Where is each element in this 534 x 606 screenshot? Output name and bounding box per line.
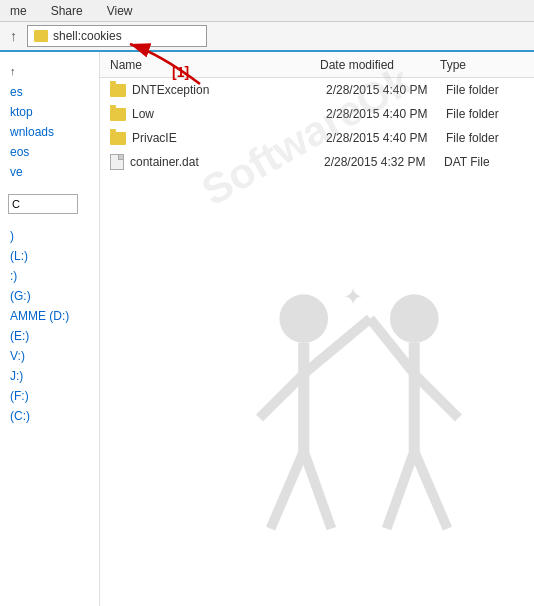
watermark-image: ✦ [184,186,534,606]
sidebar-item-ve[interactable]: ve [0,162,99,182]
sidebar-separator-2 [0,218,99,226]
menu-item-view[interactable]: View [101,2,139,20]
file-name: Low [132,107,316,121]
svg-line-6 [304,451,332,528]
address-bar-row: ↑ shell:cookies [0,22,534,52]
file-list: DNTException 2/28/2015 4:40 PM File fold… [100,78,534,174]
folder-icon [110,84,126,97]
file-type: File folder [446,131,524,145]
col-header-name: Name [110,58,310,72]
svg-line-4 [260,374,304,418]
sidebar-item-eos[interactable]: eos [0,142,99,162]
file-name: DNTException [132,83,316,97]
table-row[interactable]: container.dat 2/28/2015 4:32 PM DAT File [100,150,534,174]
folder-icon [110,132,126,145]
file-type: File folder [446,107,524,121]
sidebar-item-L[interactable]: (L:) [0,246,99,266]
address-text: shell:cookies [53,29,122,43]
folder-icon [110,108,126,121]
svg-line-5 [271,451,304,528]
svg-line-9 [370,319,414,374]
file-area: Name Date modified Type DNTException 2/2… [100,52,534,606]
svg-line-3 [304,319,370,374]
svg-point-1 [279,294,328,343]
sidebar-item-colon[interactable]: :) [0,266,99,286]
sidebar-item-C[interactable]: (C:) [0,406,99,426]
sidebar-item-paren[interactable]: ) [0,226,99,246]
sidebar-item-G[interactable]: (G:) [0,286,99,306]
sidebar-item-ktop[interactable]: ktop [0,102,99,122]
menu-item-me[interactable]: me [4,2,33,20]
sidebar-item-J[interactable]: J:) [0,366,99,386]
sidebar-item-wnloads[interactable]: wnloads [0,122,99,142]
file-date: 2/28/2015 4:40 PM [316,131,446,145]
file-type: DAT File [444,155,524,169]
col-header-date: Date modified [310,58,440,72]
file-date: 2/28/2015 4:40 PM [316,83,446,97]
folder-icon [34,30,48,42]
svg-line-12 [414,451,447,528]
table-row[interactable]: DNTException 2/28/2015 4:40 PM File fold… [100,78,534,102]
sidebar-item-V[interactable]: V:) [0,346,99,366]
menu-item-share[interactable]: Share [45,2,89,20]
sidebar-item-E[interactable]: (E:) [0,326,99,346]
table-row[interactable]: PrivacIE 2/28/2015 4:40 PM File folder [100,126,534,150]
sidebar-item-AMME[interactable]: AMME (D:) [0,306,99,326]
table-row[interactable]: Low 2/28/2015 4:40 PM File folder [100,102,534,126]
svg-text:✦: ✦ [343,283,363,310]
svg-line-11 [387,451,415,528]
sidebar-item-top[interactable]: ↑ [0,62,99,80]
file-date: 2/28/2015 4:40 PM [316,107,446,121]
file-date: 2/28/2015 4:32 PM [314,155,444,169]
main-area: ↑ es ktop wnloads eos ve ) (L:) :) (G:) … [0,52,534,606]
address-box[interactable]: shell:cookies [27,25,207,47]
file-icon [110,154,124,170]
menu-bar: me Share View [0,0,534,22]
sidebar-item-F[interactable]: (F:) [0,386,99,406]
file-type: File folder [446,83,524,97]
sidebar-item-es[interactable]: es [0,82,99,102]
sidebar-separator-1 [0,182,99,190]
column-headers: Name Date modified Type [100,52,534,78]
svg-point-7 [390,294,439,343]
sidebar: ↑ es ktop wnloads eos ve ) (L:) :) (G:) … [0,52,100,606]
nav-up-arrow[interactable]: ↑ [6,26,21,46]
file-name: container.dat [130,155,314,169]
file-name: PrivacIE [132,131,316,145]
sidebar-search-input[interactable] [8,194,78,214]
svg-line-10 [414,374,458,418]
col-header-type: Type [440,58,524,72]
